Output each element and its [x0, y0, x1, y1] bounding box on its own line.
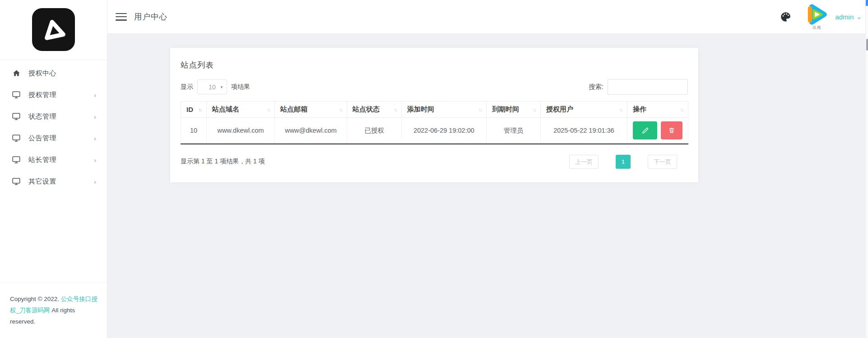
sidebar-item-label: 公告管理	[28, 134, 56, 143]
sort-icon: ↑↓	[533, 107, 536, 112]
sidebar-item-other-settings[interactable]: 其它设置 ›	[0, 171, 107, 192]
edit-button[interactable]	[633, 121, 657, 139]
sort-icon: ↑↓	[394, 107, 397, 112]
sort-icon: ↑↓	[267, 107, 270, 112]
chevron-right-icon: ›	[94, 157, 96, 163]
topbar-right: 讯视 admin ⌄	[779, 2, 862, 32]
window-scrollbar[interactable]	[865, 0, 868, 338]
tencent-video-logo-icon	[804, 2, 829, 27]
monitor-icon	[12, 90, 21, 99]
table-header-row: ID↑↓ 站点域名↑↓ 站点邮箱↑↓ 站点状态↑↓ 添加时间↑↓ 到期时间↑↓ …	[181, 102, 688, 118]
sidebar-copyright: Copyright © 2022. 公众号接口授权_刀客源码网 All righ…	[0, 282, 107, 338]
sidebar-item-webmaster-manage[interactable]: 站长管理 ›	[0, 149, 107, 171]
cell-added-time: 2022-06-29 19:02:00	[402, 118, 487, 144]
cell-auth-user: 2025-05-22 19:01:36	[541, 118, 627, 144]
cell-email: www@dkewl.com	[275, 118, 347, 144]
page-1-button[interactable]: 1	[616, 155, 631, 169]
cell-domain: www.dkewl.com	[207, 118, 275, 144]
trash-icon	[668, 127, 675, 134]
sidebar-nav: 授权中心 授权管理 › 状态管理 › 公告管理	[0, 60, 107, 192]
search-label: 搜索:	[589, 83, 603, 91]
app-root: 授权中心 授权管理 › 状态管理 › 公告管理	[0, 0, 868, 338]
cell-status: 已授权	[347, 118, 402, 144]
sort-icon: ↑↓	[478, 107, 482, 112]
chevron-right-icon: ›	[94, 178, 96, 185]
sidebar: 授权中心 授权管理 › 状态管理 › 公告管理	[0, 0, 107, 338]
delete-button[interactable]	[661, 121, 682, 139]
home-icon	[12, 69, 21, 78]
column-header-status[interactable]: 站点状态↑↓	[347, 102, 402, 118]
chevron-down-icon: ⌄	[856, 14, 862, 19]
theme-palette-icon[interactable]	[779, 10, 792, 23]
cell-expire-time: 管理员	[487, 118, 541, 144]
avatar-watermark: 讯视	[803, 25, 830, 31]
column-header-actions[interactable]: 操作↑↓	[627, 102, 688, 118]
table-footer: 显示第 1 至 1 项结果，共 1 项 上一页 1 下一页	[181, 155, 688, 169]
length-prefix-label: 显示	[181, 83, 193, 91]
chevron-right-icon: ›	[94, 113, 96, 120]
sidebar-item-label: 站长管理	[28, 156, 56, 164]
monitor-icon	[12, 134, 21, 143]
site-table: ID↑↓ 站点域名↑↓ 站点邮箱↑↓ 站点状态↑↓ 添加时间↑↓ 到期时间↑↓ …	[181, 101, 688, 144]
column-header-expire-time[interactable]: 到期时间↑↓	[487, 102, 541, 118]
results-info: 显示第 1 至 1 项结果，共 1 项	[181, 157, 265, 166]
chevron-right-icon: ›	[94, 92, 96, 98]
column-header-id[interactable]: ID↑↓	[181, 102, 207, 118]
sidebar-item-auth-center[interactable]: 授权中心	[0, 62, 107, 84]
sidebar-item-label: 授权管理	[28, 91, 56, 99]
app-logo-icon	[32, 8, 75, 51]
page-length-control: 显示 10 ▼ 项结果	[181, 79, 250, 94]
table-controls: 显示 10 ▼ 项结果 搜索:	[181, 79, 688, 95]
sort-icon: ↑↓	[680, 107, 683, 112]
pagination: 上一页 1 下一页	[569, 155, 677, 169]
monitor-icon	[12, 155, 21, 164]
length-suffix-label: 项结果	[231, 83, 250, 91]
prev-page-button[interactable]: 上一页	[569, 155, 599, 169]
cell-actions	[627, 118, 688, 144]
menu-toggle-icon[interactable]	[116, 13, 127, 21]
column-header-added-time[interactable]: 添加时间↑↓	[402, 102, 487, 118]
caret-down-icon: ▼	[220, 85, 223, 89]
scrollbar-thumb[interactable]	[866, 39, 868, 51]
topbar: 用户中心 讯视 admin ⌄	[107, 0, 868, 34]
user-avatar[interactable]: 讯视	[803, 2, 830, 32]
page-title: 用户中心	[134, 11, 167, 22]
monitor-icon	[12, 177, 21, 186]
sidebar-item-label: 其它设置	[28, 177, 56, 186]
main-content: 站点列表 显示 10 ▼ 项结果 搜索:	[107, 34, 868, 338]
scrollbar-top-accent	[866, 0, 868, 6]
username: admin	[835, 13, 854, 21]
page-size-select[interactable]: 10 ▼	[197, 79, 227, 94]
logo-area[interactable]	[0, 0, 107, 60]
sidebar-item-auth-manage[interactable]: 授权管理 ›	[0, 84, 107, 106]
column-header-email[interactable]: 站点邮箱↑↓	[275, 102, 347, 118]
column-header-domain[interactable]: 站点域名↑↓	[207, 102, 275, 118]
site-list-card: 站点列表 显示 10 ▼ 项结果 搜索:	[170, 48, 698, 182]
chevron-right-icon: ›	[94, 135, 96, 142]
sort-icon: ↑↓	[619, 107, 622, 112]
sort-icon: ↑↓	[199, 107, 202, 112]
cell-id: 10	[181, 118, 207, 144]
table-row: 10 www.dkewl.com www@dkewl.com 已授权 2022-…	[181, 118, 688, 144]
pencil-icon	[641, 127, 649, 134]
sidebar-item-status-manage[interactable]: 状态管理 ›	[0, 106, 107, 127]
search-input[interactable]	[608, 79, 688, 95]
sidebar-item-announce-manage[interactable]: 公告管理 ›	[0, 127, 107, 149]
sort-icon: ↑↓	[339, 107, 342, 112]
sidebar-item-label: 授权中心	[28, 69, 56, 78]
user-dropdown[interactable]: admin ⌄	[835, 13, 862, 21]
search-control: 搜索:	[589, 79, 688, 95]
card-title: 站点列表	[181, 60, 688, 70]
column-header-auth-user[interactable]: 授权用户↑↓	[541, 102, 627, 118]
monitor-icon	[12, 112, 21, 121]
next-page-button[interactable]: 下一页	[648, 155, 677, 169]
copyright-prefix: Copyright © 2022.	[10, 296, 61, 302]
sidebar-item-label: 状态管理	[28, 112, 56, 121]
